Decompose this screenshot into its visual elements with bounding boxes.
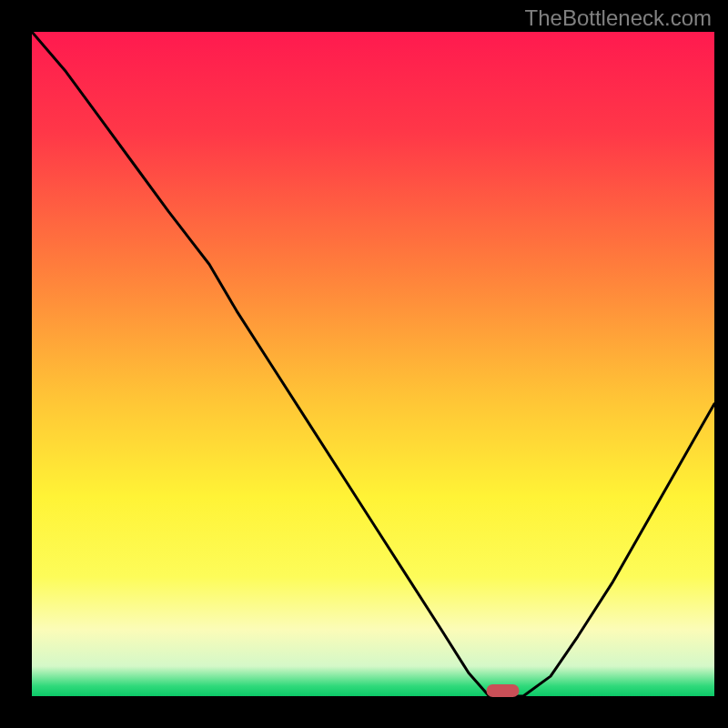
chart-gradient-bg — [32, 32, 714, 696]
chart-container: { "watermark": "TheBottleneck.com", "mar… — [0, 0, 728, 728]
optimal-marker — [487, 684, 520, 697]
bottleneck-chart — [0, 0, 728, 728]
watermark-text: TheBottleneck.com — [525, 5, 712, 31]
